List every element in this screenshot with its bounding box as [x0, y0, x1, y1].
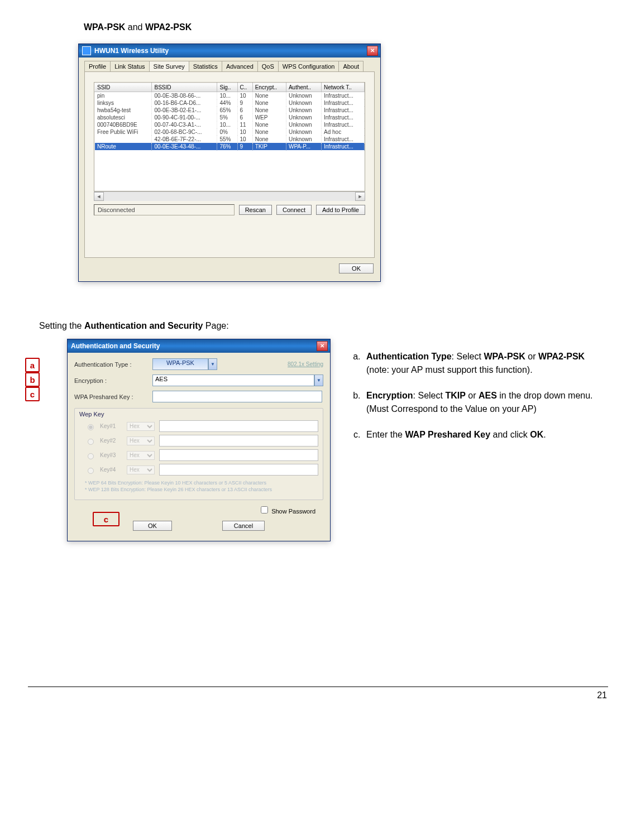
table-cell: Free Public WiFi: [95, 128, 152, 136]
tab-wps[interactable]: WPS Configuration: [278, 61, 339, 71]
tab-profile[interactable]: Profile: [84, 61, 111, 71]
tab-link-status[interactable]: Link Status: [110, 61, 149, 71]
chevron-down-icon-2[interactable]: ▼: [314, 375, 323, 386]
table-cell: None: [252, 121, 286, 128]
section-heading-2: Setting the Authentication and Security …: [39, 321, 608, 331]
instruction-b: Encryption: Select TKIP or AES in the dr…: [363, 389, 608, 416]
wep-key-format-select[interactable]: Hex: [127, 451, 155, 460]
scroll-left-icon[interactable]: ◄: [94, 192, 104, 201]
wep-key-label: Key#1: [100, 423, 122, 429]
column-header[interactable]: Network T..: [322, 83, 365, 92]
close-icon-2[interactable]: ✕: [317, 341, 328, 351]
table-cell: Infrastruct...: [322, 114, 365, 121]
ok-button[interactable]: OK: [339, 263, 374, 273]
table-cell: Unknown: [286, 114, 321, 121]
show-password-checkbox[interactable]: [261, 506, 268, 513]
auth-security-window: Authentication and Security ✕ Authentica…: [67, 339, 331, 541]
column-header[interactable]: SSID: [95, 83, 152, 92]
connect-button[interactable]: Connect: [276, 205, 312, 215]
wep-key-radio[interactable]: [88, 453, 94, 459]
wep-key-input[interactable]: [159, 435, 318, 447]
table-row[interactable]: 42-0B-6E-7F-22-...55%10NoneUnknownInfras…: [95, 136, 365, 143]
table-cell: Unknown: [286, 107, 321, 114]
tab-about[interactable]: About: [338, 61, 364, 71]
wep-key-row: Key#1Hex: [85, 420, 318, 432]
table-cell: None: [252, 107, 286, 114]
table-row[interactable]: Free Public WiFi02-00-68-BC-9C-...0%10No…: [95, 128, 365, 136]
column-header[interactable]: C..: [237, 83, 252, 92]
wep-key-format-select[interactable]: Hex: [127, 422, 155, 431]
table-cell: None: [252, 92, 286, 100]
wep-key-input[interactable]: [159, 464, 318, 476]
site-survey-panel: SSIDBSSIDSig..C..Encrypt..Authent..Netwo…: [84, 71, 375, 258]
tab-qos[interactable]: QoS: [257, 61, 279, 71]
auth-type-label: Authentication Type :: [74, 361, 152, 368]
table-cell: 6: [237, 114, 252, 121]
auth-type-select[interactable]: WPA-PSK: [152, 358, 208, 370]
title-bar-2[interactable]: Authentication and Security ✕: [68, 339, 330, 353]
instruction-a: Authentication Type: Select WPA-PSK or W…: [363, 350, 608, 377]
add-profile-button[interactable]: Add to Profile: [316, 205, 365, 215]
ok-button-2[interactable]: OK: [133, 521, 172, 531]
table-cell: 10: [237, 136, 252, 143]
wpa-preshared-key-input[interactable]: [152, 391, 322, 402]
show-password-label: Show Password: [271, 508, 315, 515]
horizontal-scrollbar[interactable]: ◄ ►: [94, 191, 365, 201]
scroll-right-icon[interactable]: ►: [355, 192, 365, 201]
table-cell: Infrastruct...: [322, 92, 365, 100]
window-title-2: Authentication and Security: [71, 342, 160, 350]
table-cell: WPA-P...: [286, 143, 321, 151]
heading2-pre: Setting the: [39, 321, 84, 330]
table-cell: Infrastruct...: [322, 136, 365, 143]
cancel-button[interactable]: Cancel: [222, 521, 265, 531]
close-icon[interactable]: ✕: [367, 46, 378, 56]
instructions-list: Authentication Type: Select WPA-PSK or W…: [353, 339, 608, 454]
table-cell: 00-0E-3E-43-48-...: [152, 143, 217, 151]
table-row[interactable]: NRoute00-0E-3E-43-48-...76%9TKIPWPA-P...…: [95, 143, 365, 151]
network-list[interactable]: SSIDBSSIDSig..C..Encrypt..Authent..Netwo…: [94, 82, 365, 191]
table-cell: pin: [95, 92, 152, 100]
table-cell: 5%: [217, 114, 237, 121]
wep-key-radio[interactable]: [88, 439, 94, 445]
column-header[interactable]: BSSID: [152, 83, 217, 92]
heading2-post: Page:: [203, 321, 228, 330]
wep-key-input[interactable]: [159, 449, 318, 461]
table-cell: 10: [237, 128, 252, 136]
table-row[interactable]: 000740B6BD9E00-07-40-C3-A1-...10...11Non…: [95, 121, 365, 128]
table-row[interactable]: hwba54g-test00-0E-3B-02-E1-...65%6NoneUn…: [95, 107, 365, 114]
wireless-utility-window: HWUN1 Wireless Utility ✕ Profile Link St…: [78, 44, 381, 282]
site-survey-screenshot: HWUN1 Wireless Utility ✕ Profile Link St…: [22, 44, 608, 282]
table-cell: 65%: [217, 107, 237, 114]
table-row[interactable]: pin00-0E-3B-08-66-...10...10NoneUnknownI…: [95, 92, 365, 100]
table-cell: TKIP: [252, 143, 286, 151]
wep-key-group: Wep Key Key#1HexKey#2HexKey#3HexKey#4Hex…: [74, 408, 323, 500]
table-cell: 76%: [217, 143, 237, 151]
table-cell: 00-07-40-C3-A1-...: [152, 121, 217, 128]
encryption-label: Encryption :: [74, 377, 152, 384]
table-cell: 0%: [217, 128, 237, 136]
table-cell: Infrastruct...: [322, 99, 365, 107]
rescan-button[interactable]: Rescan: [239, 205, 272, 215]
wep-key-radio[interactable]: [88, 424, 94, 430]
table-row[interactable]: linksys00-16-B6-CA-D6...44%9NoneUnknownI…: [95, 99, 365, 107]
tab-advanced[interactable]: Advanced: [222, 61, 258, 71]
table-cell: None: [252, 136, 286, 143]
table-cell: 11: [237, 121, 252, 128]
column-header[interactable]: Encrypt..: [252, 83, 286, 92]
wep-key-format-select[interactable]: Hex: [127, 465, 155, 474]
wep-key-input[interactable]: [159, 420, 318, 432]
table-cell: 00-90-4C-91-00-...: [152, 114, 217, 121]
chevron-down-icon[interactable]: ▼: [208, 358, 217, 370]
encryption-select[interactable]: AES: [152, 375, 314, 386]
tab-statistics[interactable]: Statistics: [189, 61, 222, 71]
column-header[interactable]: Authent..: [286, 83, 321, 92]
8021x-setting-link[interactable]: 802.1x Setting: [288, 361, 323, 367]
wep-key-format-select[interactable]: Hex: [127, 436, 155, 445]
heading2-bold: Authentication and Security: [84, 321, 203, 330]
heading-bold-1: WPA-PSK: [84, 22, 125, 32]
table-row[interactable]: absolutesci00-90-4C-91-00-...5%6WEPUnkno…: [95, 114, 365, 121]
wep-key-radio[interactable]: [88, 468, 94, 474]
tab-site-survey[interactable]: Site Survey: [149, 61, 189, 71]
column-header[interactable]: Sig..: [217, 83, 237, 92]
title-bar[interactable]: HWUN1 Wireless Utility ✕: [79, 44, 380, 57]
